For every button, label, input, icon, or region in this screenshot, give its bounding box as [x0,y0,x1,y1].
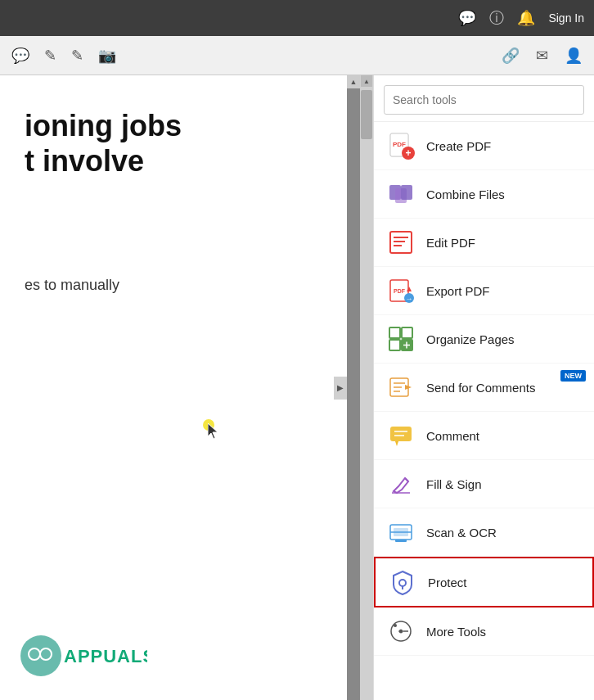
tool-item-scan-ocr[interactable]: Scan & OCR [374,508,594,557]
tool-item-create-pdf[interactable]: + PDF Create PDF [374,122,594,170]
tool-item-comment[interactable]: Comment [374,412,594,460]
search-box-container [374,75,594,122]
svg-rect-25 [389,340,400,350]
organize-pages-icon [385,323,416,355]
combine-files-label: Combine Files [426,187,505,201]
tool-item-more-tools[interactable]: More Tools [374,607,594,656]
scroll-up-arrow[interactable]: ▲ [347,75,360,88]
protect-icon [387,567,418,598]
more-tools-icon [385,616,416,647]
scan-ocr-label: Scan & OCR [426,526,497,540]
main-area: ioning jobs t involve es to manually APP… [0,75,594,700]
send-for-comments-label: Send for Comments [426,381,535,395]
tool-item-combine-files[interactable]: Combine Files [374,170,594,219]
svg-point-42 [399,580,406,586]
search-input[interactable] [384,85,584,115]
toolbar: 💬 ✎ ✎ 📷 🔗 ✉ 👤 [0,36,594,75]
tool-item-send-for-comments[interactable]: Send for Comments NEW [374,364,594,412]
pencil-icon[interactable]: ✎ [41,43,60,68]
svg-text:PDF: PDF [394,288,406,294]
pdf-area: ioning jobs t involve es to manually APP… [0,75,360,700]
email-icon[interactable]: ✉ [533,43,551,68]
comment-label: Comment [426,429,479,443]
add-user-icon[interactable]: 👤 [561,43,586,68]
svg-rect-23 [389,327,400,338]
export-pdf-icon: PDF → [385,275,416,306]
svg-rect-33 [390,427,412,441]
svg-point-46 [394,624,397,627]
svg-rect-13 [401,185,412,200]
scrollbar[interactable]: ▲ [360,75,373,700]
yellow-dot [203,419,214,431]
help-icon[interactable]: ⓘ [489,8,504,28]
link-icon[interactable]: 🔗 [498,43,523,68]
bell-icon[interactable]: 🔔 [517,9,535,27]
edit-pdf-label: Edit PDF [426,236,475,250]
new-badge: NEW [560,370,586,382]
pdf-text-body: es to manually [25,277,322,294]
top-bar: 💬 ⓘ 🔔 Sign In [0,0,594,36]
sign-in-button[interactable]: Sign In [548,11,584,25]
scan-ocr-icon [385,517,416,548]
svg-text:APPUALS: APPUALS [64,646,147,666]
scrollbar-thumb[interactable] [361,90,372,139]
tool-item-organize-pages[interactable]: Organize Pages [374,315,594,364]
edit-pdf-icon [385,227,416,258]
pdf-text-heading: ioning jobs t involve [25,108,322,178]
svg-text:→: → [406,295,413,303]
fill-sign-icon [385,468,416,499]
organize-pages-label: Organize Pages [426,332,515,346]
more-tools-label: More Tools [426,625,486,639]
svg-rect-41 [395,540,407,542]
fill-sign-label: Fill & Sign [426,477,482,491]
svg-text:+: + [405,147,411,159]
tool-item-protect[interactable]: Protect [374,557,594,607]
create-pdf-icon: + PDF [385,130,416,161]
side-panel: + PDF Create PDF Combine Files [373,75,594,700]
svg-marker-34 [395,441,398,446]
scroll-up-button[interactable]: ▲ [361,75,372,87]
comment-icon[interactable]: 💬 [8,43,33,68]
stamp-icon[interactable]: 📷 [95,43,119,68]
svg-rect-16 [394,237,408,238]
svg-rect-17 [394,241,405,242]
pdf-page: ioning jobs t involve es to manually [0,75,347,700]
tool-item-export-pdf[interactable]: PDF → Export PDF [374,267,594,315]
highlight-icon[interactable]: ✎ [68,43,87,68]
svg-text:PDF: PDF [393,141,406,148]
create-pdf-label: Create PDF [426,139,491,153]
tool-item-edit-pdf[interactable]: Edit PDF [374,219,594,267]
comment-tool-icon [385,420,416,451]
collapse-panel-arrow[interactable]: ▶ [334,377,347,400]
appuals-logo: APPUALS [16,631,147,684]
svg-rect-24 [402,327,412,338]
export-pdf-label: Export PDF [426,284,490,298]
svg-rect-18 [394,245,402,246]
send-comments-icon [385,372,416,403]
chat-icon[interactable]: 💬 [458,9,476,27]
combine-files-icon [385,178,416,210]
protect-label: Protect [428,576,467,589]
tool-item-fill-sign[interactable]: Fill & Sign [374,460,594,508]
